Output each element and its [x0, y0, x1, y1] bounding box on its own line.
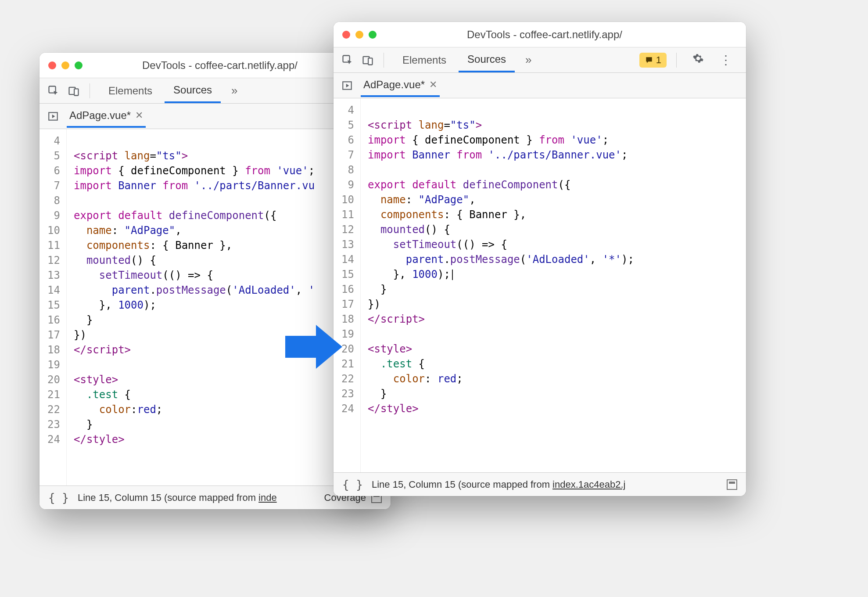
warnings-count: 1: [656, 54, 661, 66]
more-tabs-button[interactable]: »: [224, 84, 244, 97]
file-tab-adpage[interactable]: AdPage.vue* ✕: [67, 109, 146, 128]
zoom-window-button[interactable]: [75, 61, 82, 69]
file-tab-bar: AdPage.vue* ✕: [334, 73, 746, 98]
source-map-link[interactable]: index.1ac4eab2.j: [552, 479, 625, 490]
file-tab-adpage[interactable]: AdPage.vue* ✕: [361, 79, 440, 97]
code-content: <script lang="ts"> import { defineCompon…: [361, 98, 641, 472]
svg-rect-6: [368, 58, 372, 65]
pretty-print-icon[interactable]: { }: [342, 478, 363, 491]
zoom-window-button[interactable]: [369, 31, 377, 39]
code-content: <script lang="ts"> import { defineCompon…: [67, 129, 322, 486]
navigator-toggle-icon[interactable]: [47, 111, 59, 122]
tab-elements[interactable]: Elements: [100, 78, 161, 103]
window-title: DevTools - coffee-cart.netlify.app/: [93, 59, 347, 72]
device-toolbar-icon[interactable]: [68, 85, 80, 97]
line-gutter: 456789101112131415161718192021222324: [334, 98, 361, 472]
close-window-button[interactable]: [48, 61, 56, 69]
device-toolbar-icon[interactable]: [362, 54, 374, 66]
warnings-badge[interactable]: 1: [639, 53, 667, 68]
main-toolbar: Elements Sources » 1 ⋮: [334, 47, 746, 73]
close-file-icon[interactable]: ✕: [135, 110, 143, 121]
devtools-window-right: DevTools - coffee-cart.netlify.app/ Elem…: [334, 22, 746, 496]
svg-rect-2: [74, 89, 78, 95]
separator: [384, 53, 384, 68]
traffic-lights: [48, 61, 82, 69]
inspect-element-icon[interactable]: [47, 85, 60, 97]
text-cursor: [452, 270, 453, 280]
tab-elements[interactable]: Elements: [394, 47, 455, 72]
traffic-lights: [342, 31, 377, 39]
titlebar: DevTools - coffee-cart.netlify.app/: [334, 22, 746, 47]
line-gutter: 456789101112131415161718192021222324: [39, 129, 67, 486]
source-map-link[interactable]: inde: [258, 492, 277, 503]
tab-sources[interactable]: Sources: [165, 78, 221, 103]
minimize-window-button[interactable]: [61, 61, 69, 69]
file-tab-label: AdPage.vue*: [69, 109, 131, 122]
settings-icon[interactable]: [686, 53, 710, 67]
tab-sources[interactable]: Sources: [459, 47, 515, 72]
close-window-button[interactable]: [342, 31, 350, 39]
drawer-toggle-icon[interactable]: [727, 479, 737, 490]
more-options-icon[interactable]: ⋮: [714, 53, 738, 67]
code-editor[interactable]: 456789101112131415161718192021222324 <sc…: [334, 98, 746, 472]
separator: [676, 53, 677, 68]
cursor-position: Line 15, Column 15 (source mapped from i…: [372, 479, 625, 490]
more-tabs-button[interactable]: »: [518, 53, 538, 67]
close-file-icon[interactable]: ✕: [429, 79, 437, 90]
pretty-print-icon[interactable]: { }: [48, 491, 69, 504]
warning-icon: [645, 56, 653, 65]
separator: [90, 83, 90, 98]
file-tab-label: AdPage.vue*: [363, 79, 425, 91]
cursor-position: Line 15, Column 15 (source mapped from i…: [78, 492, 277, 503]
window-title: DevTools - coffee-cart.netlify.app/: [387, 29, 702, 41]
navigator-toggle-icon[interactable]: [341, 80, 353, 91]
minimize-window-button[interactable]: [355, 31, 363, 39]
arrow-icon: [281, 320, 347, 375]
inspect-element-icon[interactable]: [341, 54, 354, 66]
status-bar: { } Line 15, Column 15 (source mapped fr…: [334, 472, 746, 496]
